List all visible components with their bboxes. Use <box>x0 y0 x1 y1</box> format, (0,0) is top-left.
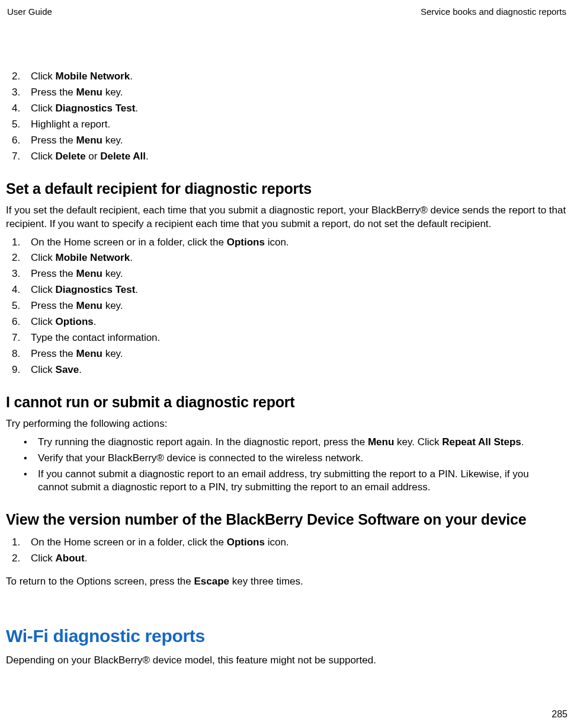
list-number: 7. <box>6 150 31 164</box>
list-item: 6. Press the Menu key. <box>6 133 568 149</box>
section-outro: To return to the Options screen, press t… <box>6 575 568 589</box>
header-right: Service books and diagnostic reports <box>421 6 566 18</box>
header-left: User Guide <box>7 6 52 18</box>
list-item: 7.Type the contact information. <box>6 330 568 346</box>
list-item: 1.On the Home screen or in a folder, cli… <box>6 235 568 251</box>
list-item: • If you cannot submit a diagnostic repo… <box>6 467 568 496</box>
list-number: 6. <box>6 134 31 148</box>
list-item: 9.Click Save. <box>6 362 568 378</box>
list-set-default-recipient: 1.On the Home screen or in a folder, cli… <box>6 235 568 378</box>
list-item: • Try running the diagnostic report agai… <box>6 435 568 451</box>
bullet-icon: • <box>6 436 38 449</box>
heading-set-default-recipient: Set a default recipient for diagnostic r… <box>6 179 568 199</box>
section-intro: If you set the default recipient, each t… <box>6 204 568 231</box>
list-delete-report: 2. Click Mobile Network. 3. Press the Me… <box>6 69 568 165</box>
list-item: 4.Click Diagnostics Test. <box>6 282 568 298</box>
list-number: 5. <box>6 118 31 132</box>
page-content: 2. Click Mobile Network. 3. Press the Me… <box>5 69 569 668</box>
list-item: 7. Click Delete or Delete All. <box>6 149 568 165</box>
list-body: Click Delete or Delete All. <box>31 150 568 164</box>
list-body: Press the Menu key. <box>31 86 568 100</box>
list-item: 3.Press the Menu key. <box>6 266 568 282</box>
heading-wifi-diagnostic: Wi-Fi diagnostic reports <box>6 624 568 649</box>
bullet-icon: • <box>6 468 38 495</box>
page-number: 285 <box>552 708 568 721</box>
list-item: 5.Press the Menu key. <box>6 298 568 314</box>
list-number: 4. <box>6 102 31 116</box>
bullet-icon: • <box>6 452 38 465</box>
list-troubleshoot: • Try running the diagnostic report agai… <box>6 435 568 496</box>
list-item: 6.Click Options. <box>6 314 568 330</box>
list-item: 1.On the Home screen or in a folder, cli… <box>6 535 568 551</box>
heading-cannot-run-submit: I cannot run or submit a diagnostic repo… <box>6 392 568 413</box>
list-item: 5. Highlight a report. <box>6 117 568 133</box>
list-item: 3. Press the Menu key. <box>6 85 568 101</box>
list-item: 2.Click About. <box>6 551 568 567</box>
section-para: Depending on your BlackBerry® device mod… <box>6 654 568 668</box>
section-intro: Try performing the following actions: <box>6 417 568 431</box>
heading-view-version: View the version number of the BlackBerr… <box>6 510 568 530</box>
list-item: • Verify that your BlackBerry® device is… <box>6 451 568 467</box>
list-item: 2.Click Mobile Network. <box>6 250 568 266</box>
list-body: Click Mobile Network. <box>31 70 568 84</box>
list-number: 3. <box>6 86 31 100</box>
list-item: 8.Press the Menu key. <box>6 346 568 362</box>
list-item: 4. Click Diagnostics Test. <box>6 101 568 117</box>
page: User Guide Service books and diagnostic … <box>0 0 577 728</box>
list-body: Press the Menu key. <box>31 134 568 148</box>
list-view-version: 1.On the Home screen or in a folder, cli… <box>6 535 568 567</box>
list-item: 2. Click Mobile Network. <box>6 69 568 85</box>
running-header: User Guide Service books and diagnostic … <box>5 6 569 18</box>
list-number: 2. <box>6 70 31 84</box>
list-body: Highlight a report. <box>31 118 568 132</box>
list-body: Click Diagnostics Test. <box>31 102 568 116</box>
